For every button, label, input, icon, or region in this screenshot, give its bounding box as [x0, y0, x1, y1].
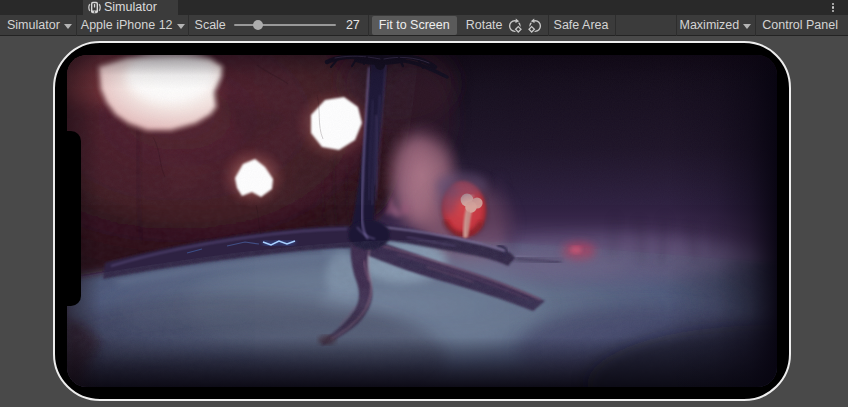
rotate-label: Rotate	[466, 18, 503, 32]
scale-slider[interactable]	[234, 15, 336, 36]
game-scene	[67, 55, 777, 387]
simulator-canvas[interactable]	[0, 37, 848, 407]
chevron-down-icon	[743, 24, 751, 29]
toolbar: Simulator Apple iPhone 12 Scale 27 Fit t…	[0, 15, 848, 36]
rotate-cw-icon	[507, 17, 523, 33]
maximized-dropdown-label: Maximized	[680, 18, 740, 32]
device-simulator-icon	[88, 1, 101, 14]
game-screen[interactable]	[67, 55, 777, 387]
kebab-vertical-icon[interactable]	[827, 1, 839, 14]
safe-area-label: Safe Area	[554, 18, 609, 32]
rotate-ccw-icon	[527, 17, 543, 33]
scale-label: Scale	[195, 18, 226, 32]
control-panel-label: Control Panel	[762, 18, 838, 32]
toolbar-divider	[188, 15, 189, 36]
fit-to-screen-button[interactable]: Fit to Screen	[372, 16, 457, 35]
tab-bar: Simulator	[0, 0, 848, 15]
tab-label: Simulator	[104, 1, 157, 14]
maximized-dropdown[interactable]: Maximized	[677, 15, 756, 36]
toolbar-divider	[615, 15, 616, 36]
simulator-dropdown-label: Simulator	[7, 18, 60, 32]
scale-slider-thumb[interactable]	[253, 20, 263, 30]
scale-slider-track	[234, 24, 336, 26]
iphone-notch	[62, 131, 81, 306]
chevron-down-icon	[177, 24, 185, 29]
tab-simulator[interactable]: Simulator	[83, 0, 178, 15]
simulator-dropdown[interactable]: Simulator	[0, 15, 76, 36]
rotate-ccw-button[interactable]	[525, 15, 545, 35]
scale-value: 27	[344, 18, 360, 32]
safe-area-button[interactable]: Safe Area	[549, 16, 614, 35]
unity-simulator-window: Simulator Simulator Apple iPhone 12 Scal…	[0, 0, 848, 407]
toolbar-divider	[368, 15, 369, 36]
device-dropdown-label: Apple iPhone 12	[81, 18, 173, 32]
chevron-down-icon	[64, 24, 72, 29]
fit-to-screen-label: Fit to Screen	[379, 18, 450, 32]
iphone-12-device-frame	[53, 41, 791, 401]
rotate-cw-button[interactable]	[505, 15, 525, 35]
device-dropdown[interactable]: Apple iPhone 12	[77, 15, 188, 36]
control-panel-button[interactable]: Control Panel	[756, 15, 848, 36]
